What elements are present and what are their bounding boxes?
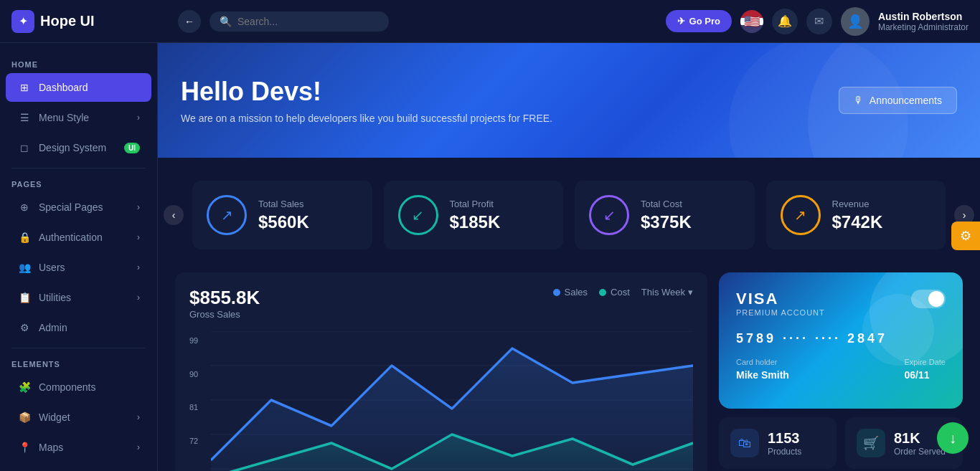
back-button[interactable]: ← [178, 10, 201, 33]
revenue-icon: ↗ [781, 195, 821, 235]
logo-icon: ✦ [11, 10, 34, 33]
sidebar-item-components[interactable]: 🧩 Components [6, 373, 151, 401]
revenue-value: $742K [832, 212, 883, 232]
sidebar-item-special-pages[interactable]: ⊕ Special Pages › [6, 193, 151, 222]
admin-icon: ⚙ [17, 320, 32, 335]
sales-legend-label: Sales [565, 287, 588, 298]
navbar: ✦ Hope UI ← 🔍 ✈ Go Pro 🇺🇸 🔔 ✉ 👤 Austin R… [0, 0, 980, 43]
visa-toggle[interactable] [911, 290, 946, 308]
sidebar-item-users[interactable]: 👥 Users › [6, 253, 151, 282]
go-pro-button[interactable]: ✈ Go Pro [666, 10, 732, 32]
products-icon: 🛍 [730, 429, 759, 457]
total-cost-label: Total Cost [641, 199, 692, 209]
authentication-icon: 🔒 [17, 230, 32, 244]
chart-header: $855.8K Gross Sales Sales Cost [189, 287, 693, 320]
sidebar-label-maps: Maps [39, 442, 130, 453]
visa-number: 5789 ···· ···· 2847 [736, 331, 946, 346]
content-area: Hello Devs! We are on a mission to help … [158, 43, 980, 471]
card-holder-name: Mike Smith [736, 369, 789, 381]
sidebar-item-authentication[interactable]: 🔒 Authentication › [6, 223, 151, 252]
total-sales-value: $560K [258, 212, 309, 232]
avatar[interactable]: 👤 [841, 7, 870, 36]
this-week-button[interactable]: This Week ▾ [641, 287, 693, 298]
mail-button[interactable]: ✉ [806, 9, 832, 34]
sidebar-item-utilities[interactable]: 📋 Utilities › [6, 283, 151, 312]
sidebar: Home ⊞ Dashboard ☰ Menu Style › ◻ Design… [0, 43, 158, 471]
download-icon: ↓ [949, 430, 956, 447]
sidebar-label-menu-style: Menu Style [39, 112, 130, 123]
search-icon: 🔍 [220, 16, 232, 27]
search-input[interactable] [237, 16, 379, 27]
avatar-icon: 👤 [847, 14, 863, 29]
announcements-icon: 🎙 [854, 95, 864, 106]
visa-card: VISA PREMIUM ACCOUNT 5789 ···· ···· 2847 [719, 272, 963, 409]
dropdown-chevron-icon: ▾ [688, 287, 693, 298]
notifications-button[interactable]: 🔔 [772, 9, 798, 34]
maps-icon: 📍 [17, 440, 32, 455]
stats-section: ‹ ↗ Total Sales $560K ↙ Total Profit $18… [158, 158, 980, 272]
back-icon: ← [184, 16, 194, 27]
sidebar-label-components: Components [39, 381, 140, 393]
total-sales-label: Total Sales [258, 199, 309, 209]
y-label-81: 81 [189, 404, 198, 411]
sidebar-item-widget[interactable]: 📦 Widget › [6, 403, 151, 432]
legend-sales: Sales [553, 287, 588, 298]
total-cost-value: $375K [641, 212, 692, 232]
right-panel: VISA PREMIUM ACCOUNT 5789 ···· ···· 2847 [719, 272, 963, 471]
sidebar-label-admin: Admin [39, 322, 140, 333]
chevron-right-icon-3: › [137, 232, 140, 242]
chart-container: 99 90 81 72 63 54 [189, 331, 693, 471]
products-label: Products [768, 447, 801, 457]
download-fab-button[interactable]: ↓ [937, 422, 969, 454]
sidebar-section-home: Home [0, 54, 157, 72]
logo: ✦ Hope UI [11, 10, 169, 33]
hero-subtitle: We are on a mission to help developers l… [181, 113, 552, 124]
bell-icon: 🔔 [778, 14, 792, 28]
sidebar-section-pages: Pages [0, 174, 157, 191]
language-flag[interactable]: 🇺🇸 [740, 10, 763, 33]
carousel-left-arrow[interactable]: ‹ [164, 205, 184, 225]
cost-dot [599, 289, 606, 296]
visa-toggle-knob [928, 291, 944, 307]
sidebar-item-design-system[interactable]: ◻ Design System UI [6, 133, 151, 162]
visa-expire-info: Expire Date 06/11 [905, 358, 946, 381]
sidebar-label-widget: Widget [39, 411, 130, 423]
sidebar-item-maps[interactable]: 📍 Maps › [6, 433, 151, 462]
chart-subtitle: Gross Sales [189, 309, 260, 320]
settings-icon: ⚙ [960, 228, 971, 244]
users-icon: 👥 [17, 260, 32, 275]
logo-text: Hope UI [40, 13, 95, 29]
sidebar-divider-1 [11, 168, 146, 168]
total-cost-icon: ↙ [589, 195, 629, 235]
go-pro-icon: ✈ [677, 16, 685, 27]
special-pages-icon: ⊕ [17, 200, 32, 214]
stat-card-total-profit: ↙ Total Profit $185K [384, 181, 564, 249]
logo-symbol: ✦ [19, 14, 28, 28]
total-profit-icon: ↙ [398, 195, 438, 235]
chart-svg [211, 331, 693, 471]
sidebar-item-dashboard[interactable]: ⊞ Dashboard [6, 73, 151, 102]
order-served-label: Order Served [894, 447, 946, 457]
revenue-label: Revenue [832, 199, 883, 209]
y-label-90: 90 [189, 371, 198, 379]
stat-info-total-cost: Total Cost $375K [641, 199, 692, 232]
sidebar-item-menu-style[interactable]: ☰ Menu Style › [6, 103, 151, 132]
visa-details: Card holder Mike Smith Expire Date 06/11 [736, 358, 946, 381]
sidebar-label-utilities: Utilities [39, 292, 130, 303]
cost-legend-label: Cost [611, 287, 630, 298]
sidebar-section-elements: Elements [0, 354, 157, 371]
chevron-right-icon-5: › [137, 292, 140, 303]
menu-style-icon: ☰ [17, 110, 32, 125]
chart-card: $855.8K Gross Sales Sales Cost [175, 272, 707, 471]
visa-number-end: 2847 [847, 331, 887, 346]
announcements-button[interactable]: 🎙 Announcements [839, 87, 957, 114]
components-icon: 🧩 [17, 380, 32, 394]
search-box[interactable]: 🔍 [209, 11, 389, 32]
sidebar-item-admin[interactable]: ⚙ Admin [6, 313, 151, 342]
sidebar-label-dashboard: Dashboard [39, 82, 140, 93]
hero-banner: Hello Devs! We are on a mission to help … [158, 43, 980, 158]
chevron-right-icon-2: › [137, 202, 140, 212]
chevron-right-icon-4: › [137, 262, 140, 272]
sidebar-label-authentication: Authentication [39, 232, 130, 243]
settings-fab-button[interactable]: ⚙ [951, 222, 980, 250]
